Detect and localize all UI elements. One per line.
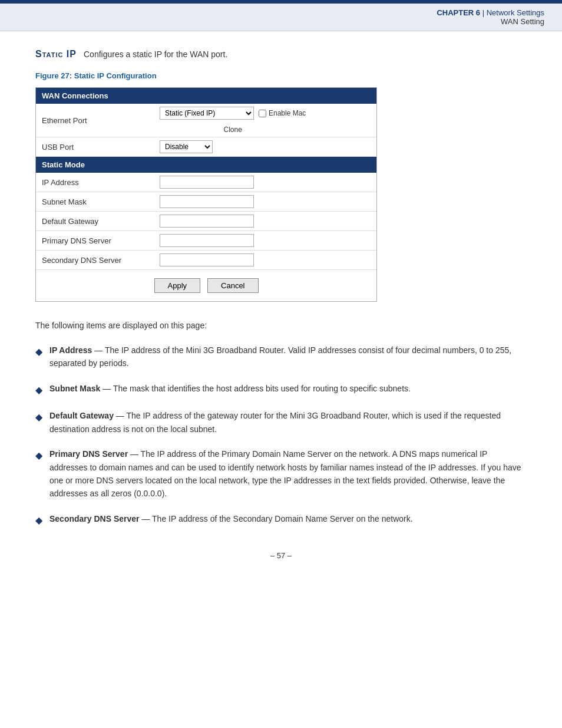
subnet-mask-input[interactable]	[160, 195, 254, 208]
bullet-text-2: Subnet Mask — The mask that identifies t…	[49, 382, 411, 395]
bullet-desc-2: — The mask that identifies the host addr…	[103, 384, 411, 393]
primary-dns-input-area	[160, 234, 254, 247]
ip-address-input-area	[160, 176, 254, 189]
secondary-dns-input-area	[160, 253, 254, 266]
enable-mac-checkbox[interactable]	[259, 110, 266, 117]
usb-port-select[interactable]: Disable Enable	[160, 140, 213, 153]
list-item-subnet-mask: ◆ Subnet Mask — The mask that identifies…	[35, 382, 527, 398]
secondary-dns-row: Secondary DNS Server	[36, 251, 376, 270]
bullet-desc-3: — The IP address of the gateway router f…	[49, 411, 501, 433]
primary-dns-input[interactable]	[160, 234, 254, 247]
ip-address-label: IP Address	[42, 178, 160, 187]
bullet-term-4: Primary DNS Server	[49, 449, 128, 459]
following-text: The following items are displayed on thi…	[35, 319, 527, 332]
chapter-subtitle2: WAN Setting	[501, 17, 544, 26]
bullet-term-3: Default Gateway	[49, 411, 114, 420]
bullet-diamond-1: ◆	[35, 344, 42, 360]
ip-address-row: IP Address	[36, 173, 376, 192]
ip-address-input[interactable]	[160, 176, 254, 189]
static-ip-description: Configures a static IP for the WAN port.	[84, 50, 227, 59]
bullet-term-2: Subnet Mask	[49, 384, 100, 393]
list-item-secondary-dns: ◆ Secondary DNS Server — The IP address …	[35, 512, 527, 528]
bullet-text-3: Default Gateway — The IP address of the …	[49, 409, 527, 436]
secondary-dns-label: Secondary DNS Server	[42, 256, 160, 265]
static-ip-heading: Static IP Configures a static IP for the…	[35, 49, 527, 60]
list-item-ip-address: ◆ IP Address — The IP address of the Min…	[35, 344, 527, 370]
default-gateway-input[interactable]	[160, 215, 254, 228]
bullet-desc-1: — The IP address of the Mini 3G Broadban…	[49, 345, 511, 368]
wan-connections-header: WAN Connections	[36, 88, 376, 104]
enable-mac-label[interactable]: Enable Mac	[259, 109, 306, 117]
bullet-text-5: Secondary DNS Server — The IP address of…	[49, 512, 413, 525]
subnet-mask-label: Subnet Mask	[42, 197, 160, 206]
cancel-button[interactable]: Cancel	[207, 278, 258, 293]
ethernet-port-label: Ethernet Port	[42, 116, 160, 125]
bullet-diamond-4: ◆	[35, 448, 42, 463]
bullet-term-1: IP Address	[49, 345, 92, 355]
page-number: – 57 –	[35, 539, 527, 566]
config-box: WAN Connections Ethernet Port Static (Fi…	[35, 87, 377, 302]
list-item-primary-dns: ◆ Primary DNS Server — The IP address of…	[35, 447, 527, 500]
chapter-separator: |	[482, 8, 487, 17]
chapter-header: CHAPTER 6 | Network Settings WAN Setting	[0, 4, 562, 31]
usb-port-inputs: Disable Enable	[160, 140, 213, 153]
main-content: Static IP Configures a static IP for the…	[0, 31, 562, 589]
bullet-list: ◆ IP Address — The IP address of the Min…	[35, 344, 527, 528]
ethernet-port-select[interactable]: Static (Fixed IP) DHCP PPPoE	[160, 107, 254, 120]
static-mode-header: Static Mode	[36, 157, 376, 173]
list-item-default-gateway: ◆ Default Gateway — The IP address of th…	[35, 409, 527, 436]
bullet-desc-5: — The IP address of the Secondary Domain…	[141, 514, 412, 523]
subnet-mask-row: Subnet Mask	[36, 192, 376, 212]
bullet-diamond-2: ◆	[35, 383, 42, 398]
subnet-mask-input-area	[160, 195, 254, 208]
clone-text: Clone	[224, 126, 242, 134]
bullet-text-4: Primary DNS Server — The IP address of t…	[49, 447, 527, 500]
primary-dns-label: Primary DNS Server	[42, 236, 160, 245]
default-gateway-row: Default Gateway	[36, 212, 376, 231]
ethernet-port-inputs: Static (Fixed IP) DHCP PPPoE Enable Mac …	[160, 107, 306, 134]
chapter-subtitle1: Network Settings	[487, 8, 544, 17]
bullet-diamond-3: ◆	[35, 410, 42, 425]
secondary-dns-input[interactable]	[160, 253, 254, 266]
buttons-row: Apply Cancel	[36, 270, 376, 301]
chapter-label: CHAPTER 6	[437, 8, 480, 17]
default-gateway-input-area	[160, 215, 254, 228]
bullet-term-5: Secondary DNS Server	[49, 514, 140, 523]
bullet-text-1: IP Address — The IP address of the Mini …	[49, 344, 527, 370]
primary-dns-row: Primary DNS Server	[36, 231, 376, 251]
usb-port-row: USB Port Disable Enable	[36, 137, 376, 157]
figure-caption: Figure 27: Static IP Configuration	[35, 71, 527, 80]
static-ip-title: Static IP	[35, 49, 77, 60]
bullet-diamond-5: ◆	[35, 513, 42, 528]
usb-port-label: USB Port	[42, 143, 160, 151]
default-gateway-label: Default Gateway	[42, 217, 160, 226]
ethernet-port-row: Ethernet Port Static (Fixed IP) DHCP PPP…	[36, 104, 376, 137]
apply-button[interactable]: Apply	[154, 278, 201, 293]
